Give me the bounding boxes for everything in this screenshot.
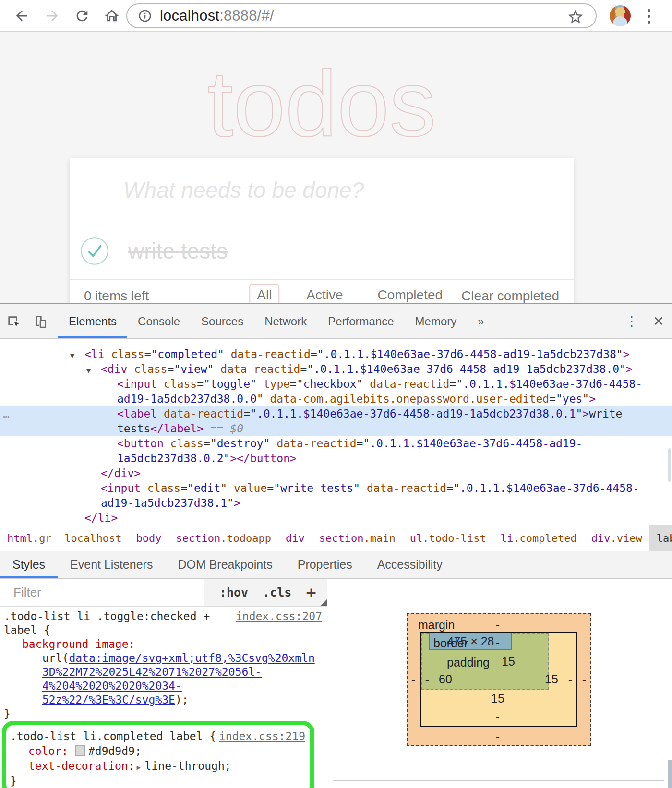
filter-completed[interactable]: Completed (370, 284, 450, 303)
code-line[interactable]: <button class="destroy" data-reactid=".0… (0, 436, 672, 451)
url-bar[interactable]: localhost:8888/#/ (126, 3, 597, 28)
sidebar-tab-dom-breakpoints[interactable]: DOM Breakpoints (165, 551, 285, 578)
code-line[interactable]: 1a5dcb237d38.0.2"></button> (0, 451, 672, 466)
padding-bottom-value[interactable]: 15 (491, 692, 504, 705)
breadcrumb-item-label[interactable]: label (649, 525, 672, 551)
margin-right-value[interactable]: - (582, 672, 586, 686)
expand-arrow-icon[interactable]: ▼ (86, 363, 101, 378)
margin-bottom-value[interactable]: - (496, 729, 500, 743)
reload-button[interactable] (71, 5, 93, 27)
css-property-value[interactable]: line-through; (145, 760, 231, 772)
code-line[interactable]: ad19-1a5dcb237d38.1"> (0, 496, 672, 511)
page-info-icon[interactable] (138, 9, 152, 23)
filter-all[interactable]: All (249, 284, 279, 303)
breadcrumb-item-body[interactable]: body (129, 525, 168, 551)
new-style-rule-button[interactable]: + (306, 583, 316, 602)
css-rule-toggle-checked: .todo-list li .toggle:checked +index.css… (0, 609, 327, 721)
inspect-element-button[interactable] (0, 304, 27, 338)
url-path: :8888/#/ (219, 7, 274, 24)
border-right-value[interactable]: - (568, 672, 572, 686)
forward-button[interactable] (41, 5, 63, 27)
devtools-menu-button[interactable]: ⋮ (618, 304, 645, 338)
url-text[interactable]: localhost:8888/#/ (160, 7, 274, 24)
devtools-toolbar: ElementsConsoleSourcesNetworkPerformance… (0, 304, 672, 339)
code-line[interactable]: </div> (0, 466, 672, 481)
devtools-tab-memory[interactable]: Memory (405, 304, 468, 338)
padding-top-value[interactable]: 15 (502, 655, 515, 669)
back-button[interactable] (11, 5, 33, 27)
expand-shorthand-icon[interactable]: ▶ (137, 760, 141, 774)
filter-active[interactable]: Active (299, 284, 350, 303)
code-line[interactable]: ▼<div class="view" data-reactid=".0.1.1.… (0, 362, 672, 377)
sidebar-scrollbar[interactable] (668, 760, 672, 788)
border-left-value[interactable]: - (425, 672, 429, 686)
data-url-link[interactable]: 52z%22/%3E%3C/svg%3E (42, 693, 175, 706)
element-classes-button[interactable]: .cls (263, 585, 291, 599)
css-source-link[interactable]: index.css:207 (236, 609, 327, 623)
code-line[interactable]: ▼<li class="completed" data-reactid=".0.… (0, 347, 672, 362)
devtools-close-button[interactable]: ✕ (645, 304, 672, 338)
color-swatch[interactable] (75, 745, 85, 756)
expand-arrow-icon[interactable]: ▼ (70, 348, 84, 363)
breadcrumb-item-div[interactable]: div (278, 525, 312, 551)
css-selector[interactable]: .todo-list li.completed label { (10, 729, 216, 744)
breadcrumb-item-section[interactable]: section.main (312, 525, 403, 551)
breadcrumb-item-li[interactable]: li.completed (493, 525, 584, 551)
todo-checkbox-checked-icon[interactable] (80, 237, 109, 265)
todo-item-row[interactable]: write tests (70, 222, 574, 279)
styles-filter-bar: Filter :hov .cls + (0, 579, 327, 607)
margin-top-value[interactable]: - (496, 618, 500, 632)
devtools-tab-performance[interactable]: Performance (317, 304, 404, 338)
home-button[interactable] (101, 5, 123, 27)
elements-scrollbar[interactable] (668, 448, 671, 482)
code-line[interactable]: ad19-1a5dcb237d38.0.0" data-com.agilebit… (0, 392, 672, 406)
sidebar-tab-accessibility[interactable]: Accessibility (365, 551, 455, 578)
bookmark-star-icon[interactable] (567, 8, 584, 25)
css-property-value[interactable]: #d9d9d9; (88, 745, 142, 757)
elements-tree: ▼<li class="completed" data-reactid=".0.… (0, 339, 672, 525)
devtools-tab-console[interactable]: Console (127, 304, 191, 338)
code-line[interactable]: tests</label> == $0 (0, 421, 672, 436)
border-top-value[interactable]: - (496, 636, 500, 650)
code-line[interactable]: <input class="edit" value="write tests" … (0, 481, 672, 496)
breadcrumb-item-ul[interactable]: ul.todo-list (403, 525, 493, 551)
border-bottom-value[interactable]: - (496, 710, 500, 724)
devtools-tab-sources[interactable]: Sources (191, 304, 254, 338)
device-toolbar-button[interactable] (27, 304, 54, 338)
sidebar-tab-event-listeners[interactable]: Event Listeners (58, 551, 165, 578)
device-toolbar-icon (33, 314, 48, 329)
css-selector[interactable]: label { (0, 623, 327, 637)
css-property-name[interactable]: background-image: (22, 638, 135, 650)
close-icon: ✕ (653, 313, 664, 329)
css-selector[interactable]: .todo-list li .toggle:checked + (4, 609, 210, 623)
styles-filter-input[interactable]: Filter (0, 579, 204, 606)
profile-avatar[interactable] (610, 5, 631, 26)
new-todo-input[interactable]: What needs to be done? (70, 158, 574, 222)
clear-completed-button[interactable]: Clear completed (461, 288, 559, 303)
code-line[interactable]: …<label data-reactid=".0.1.1.$140e63ae-3… (0, 406, 672, 421)
filter-placeholder: Filter (13, 585, 41, 600)
home-icon (104, 8, 120, 24)
pane-resize-grip[interactable] (320, 599, 327, 606)
breadcrumb-item-div[interactable]: div.view (584, 525, 649, 551)
toggle-element-state-button[interactable]: :hov (219, 585, 248, 599)
sidebar-tab-properties[interactable]: Properties (285, 551, 365, 578)
devtools-tab-network[interactable]: Network (254, 304, 317, 338)
devtools-tab-elements[interactable]: Elements (58, 304, 127, 338)
breadcrumb-item-html[interactable]: html.gr__localhost (0, 525, 129, 551)
padding-right-value[interactable]: 15 (545, 672, 558, 686)
data-url-link[interactable]: data:image/svg+xml;utf8,%3Csvg%20xmln (69, 652, 314, 664)
code-line[interactable]: <input class="toggle" type="checkbox" da… (0, 377, 672, 392)
code-line[interactable]: </li> (0, 511, 672, 525)
breadcrumb-item-section[interactable]: section.todoapp (168, 525, 278, 551)
margin-left-value[interactable]: - (411, 672, 415, 686)
sidebar-tab-styles[interactable]: Styles (0, 551, 58, 578)
browser-menu-button[interactable] (644, 6, 654, 27)
css-property-name[interactable]: color: (28, 745, 68, 757)
css-source-link[interactable]: index.css:219 (219, 729, 310, 744)
padding-left-value[interactable]: 60 (439, 672, 452, 686)
data-url-link[interactable]: 3D%22M72%2025L42%2071%2027%2056l- (42, 666, 262, 678)
css-property-name[interactable]: text-decoration: (28, 760, 135, 772)
devtools-tab-[interactable]: » (467, 304, 494, 338)
data-url-link[interactable]: 4%204%2020%2020%2034- (42, 680, 182, 692)
